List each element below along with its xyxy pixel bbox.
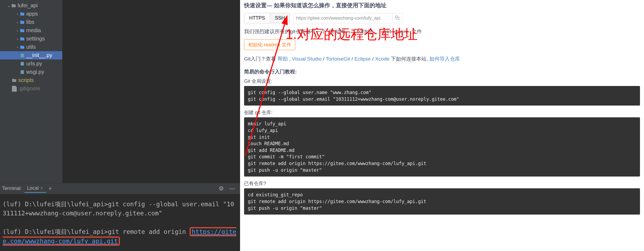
- tree-label: .gitignore: [18, 85, 40, 92]
- gear-icon[interactable]: ⚙: [216, 185, 227, 192]
- python-file-icon: [20, 53, 25, 58]
- tree-label: urls.py: [26, 61, 42, 67]
- gitignore-chip: .gitignore: [379, 28, 410, 35]
- chevron-right-icon: ›: [15, 12, 20, 16]
- svg-rect-2: [21, 70, 24, 74]
- license-chip: LICENSE: [352, 28, 375, 35]
- tree-label: apps: [26, 11, 38, 17]
- file-tree[interactable]: ⌄ lufei_api ›apps ›libs ›media ›settings…: [0, 0, 62, 183]
- folder-icon: [20, 45, 25, 50]
- tree-label: media: [26, 27, 41, 33]
- global-code[interactable]: git config --global user.name "www.zhang…: [244, 86, 640, 106]
- import-link[interactable]: 如何导入仓库: [429, 56, 460, 62]
- terminal-bar: Terminal: Local× + ⚙ —: [0, 183, 240, 194]
- svg-rect-0: [21, 54, 24, 57]
- create-code[interactable]: mkdir lufy_api cd lufy_api git init touc…: [244, 117, 640, 177]
- chevron-down-icon: ⌄: [6, 3, 11, 8]
- tree-label: settings: [26, 36, 45, 42]
- gitee-panel: 快速设置— 如果你知道该怎么操作，直接使用下面的地址 HTTPS SSH 我们强…: [240, 0, 644, 251]
- svg-rect-1: [21, 62, 24, 66]
- folder-icon: [20, 28, 25, 33]
- tree-folder[interactable]: ›settings: [0, 35, 62, 43]
- https-button[interactable]: HTTPS: [244, 13, 270, 23]
- tutorial-heading: 简易的命令行入门教程:: [244, 68, 640, 75]
- chevron-right-icon: ›: [15, 20, 20, 24]
- chevron-right-icon: ›: [15, 28, 20, 33]
- exist-code[interactable]: cd existing_git_repo git remote add orig…: [244, 188, 640, 215]
- tree-label: lufei_api: [18, 2, 38, 9]
- tree-label: scripts: [18, 77, 34, 83]
- editor-area[interactable]: [62, 0, 240, 183]
- terminal-tab[interactable]: Local×: [24, 184, 46, 193]
- create-heading: 创建 git 仓库:: [244, 109, 640, 116]
- repo-url-input[interactable]: [293, 13, 392, 23]
- tree-folder[interactable]: scripts: [0, 76, 62, 84]
- suggest-text: 我们强烈建议所有的git仓库都有一个 README , LICENSE , .g…: [244, 28, 640, 35]
- readme-chip: README: [327, 28, 347, 35]
- chevron-right-icon: ›: [15, 45, 20, 49]
- minimize-icon[interactable]: —: [227, 185, 238, 192]
- xcode-link[interactable]: Xcode: [375, 56, 389, 62]
- terminal-output[interactable]: (luf) D:\lufei项目\lufei_api>git config --…: [0, 194, 240, 251]
- folder-icon: [12, 78, 17, 83]
- svg-rect-3: [397, 17, 399, 20]
- python-file-icon: [20, 61, 25, 66]
- global-heading: Git 全局设置:: [244, 78, 640, 84]
- vs-link[interactable]: Visual Studio: [292, 56, 322, 62]
- ssh-button[interactable]: SSH: [270, 13, 290, 23]
- tree-folder[interactable]: ›media: [0, 26, 62, 35]
- tree-file[interactable]: 📄.gitignore: [0, 84, 62, 93]
- copy-button[interactable]: [392, 13, 402, 23]
- tree-label: __init__.py: [26, 52, 52, 58]
- folder-icon: [20, 12, 25, 16]
- quick-setup-title: 快速设置— 如果你知道该怎么操作，直接使用下面的地址: [244, 2, 640, 9]
- chevron-right-icon: ›: [15, 37, 20, 41]
- tree-label: libs: [26, 19, 34, 25]
- tree-label: wsgi.py: [26, 69, 44, 75]
- tree-file[interactable]: wsgi.py: [0, 68, 62, 76]
- tree-folder[interactable]: ›libs: [0, 18, 62, 26]
- file-icon: 📄: [12, 86, 17, 91]
- eclipse-link[interactable]: Eclipse: [354, 56, 371, 62]
- folder-icon: [11, 3, 16, 8]
- tree-file[interactable]: __init__.py: [0, 51, 62, 59]
- add-terminal-button[interactable]: +: [46, 185, 55, 192]
- python-file-icon: [20, 70, 25, 74]
- terminal-title: Terminal:: [2, 186, 24, 191]
- exist-heading: 已有仓库?: [244, 180, 640, 187]
- tree-folder[interactable]: ›utils: [0, 43, 62, 51]
- help-line: Git入门？查看 帮助 , Visual Studio / TortoiseGi…: [244, 55, 640, 62]
- ide-panel: ⌄ lufei_api ›apps ›libs ›media ›settings…: [0, 0, 240, 251]
- tortoisegit-link[interactable]: TortoiseGit: [326, 56, 350, 62]
- tree-root[interactable]: ⌄ lufei_api: [0, 1, 62, 10]
- help-link[interactable]: 帮助: [278, 56, 288, 62]
- tree-file[interactable]: urls.py: [0, 59, 62, 68]
- tree-label: utils: [26, 44, 36, 50]
- tree-folder[interactable]: ›apps: [0, 10, 62, 18]
- folder-icon: [20, 36, 25, 41]
- close-icon[interactable]: ×: [40, 185, 43, 191]
- folder-icon: [20, 20, 25, 25]
- init-readme-button[interactable]: 初始化 readme 文件: [244, 39, 295, 50]
